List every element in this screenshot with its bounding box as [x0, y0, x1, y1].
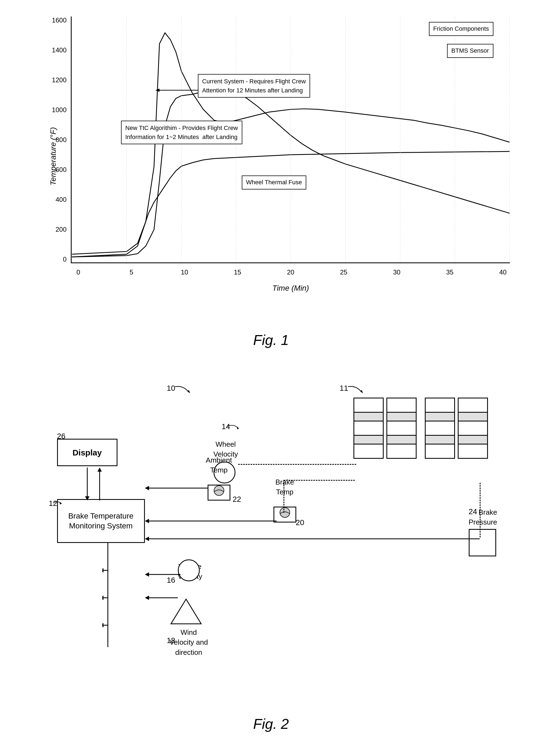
- label-11: 11: [340, 384, 348, 393]
- brake-temp-dotted-v: [284, 480, 284, 513]
- btms-box: Brake TemperatureMonitoring System: [57, 499, 145, 543]
- brake-temp-dotted-h: [284, 480, 355, 481]
- btms-to-display-arrow: [94, 468, 105, 500]
- svg-marker-26: [145, 572, 149, 577]
- label-10: 10: [167, 384, 175, 393]
- fig2-container: 10 11: [38, 381, 504, 732]
- ambient-to-btms-arrow: [145, 483, 211, 494]
- label-20: 20: [296, 518, 304, 527]
- svg-marker-35: [102, 596, 103, 600]
- svg-marker-13: [85, 496, 89, 500]
- x-tick-35: 35: [443, 268, 457, 276]
- current-system-annotation: Current System - Requires Flight CrewAtt…: [198, 74, 311, 98]
- y-tick-1600: 1600: [52, 16, 67, 24]
- svg-marker-37: [102, 623, 103, 627]
- x-tick-0: 0: [72, 268, 85, 276]
- x-tick-40: 40: [496, 268, 510, 276]
- y-tick-800: 800: [52, 136, 67, 144]
- y-tick-600: 600: [52, 166, 67, 174]
- svg-marker-10: [360, 390, 363, 393]
- fig2-label: Fig. 2: [38, 716, 504, 732]
- ambient-temp-area: AmbientTemp: [205, 455, 233, 502]
- y-tick-1200: 1200: [52, 76, 67, 84]
- x-tick-30: 30: [390, 268, 404, 276]
- brake-stack: [354, 398, 488, 459]
- brake-temp-to-btms-arrow: [145, 516, 280, 526]
- svg-marker-39: [145, 537, 149, 541]
- wind-area: WindVelocity anddirection: [169, 598, 208, 657]
- svg-marker-30: [145, 596, 149, 600]
- x-tick-15: 15: [231, 268, 244, 276]
- svg-marker-9: [187, 390, 190, 393]
- display-to-btms-arrow: [82, 468, 93, 500]
- vehicle-vel-to-btms-arrow: [145, 569, 183, 580]
- label-24: 24: [469, 507, 477, 516]
- label-26: 26: [57, 432, 66, 441]
- y-tick-1000: 1000: [52, 106, 67, 114]
- display-box: Display: [57, 439, 117, 466]
- fig1-container: Temperature (°F) 1600 1400 1200 1000 800…: [38, 16, 504, 348]
- label-22: 22: [233, 495, 241, 504]
- friction-annotation: Friction Components: [429, 22, 493, 36]
- new-ttc-annotation: New TtC Algorithim - Provides Flight Cre…: [121, 121, 242, 144]
- x-tick-10: 10: [177, 268, 191, 276]
- wheel-fuse-curve: [72, 151, 510, 257]
- brake-pressure-dotted-v: [480, 483, 481, 537]
- x-tick-25: 25: [337, 268, 351, 276]
- fig1-label: Fig. 1: [38, 332, 504, 348]
- svg-marker-33: [102, 568, 103, 573]
- brake-pressure-to-btms-arrow: [145, 533, 482, 544]
- x-axis-label: Time (Min): [272, 284, 309, 293]
- y-tick-400: 400: [52, 196, 67, 203]
- page: Temperature (°F) 1600 1400 1200 1000 800…: [0, 0, 542, 756]
- y-tick-0: 0: [52, 256, 67, 263]
- svg-marker-24: [145, 519, 149, 523]
- label-18: 18: [167, 636, 175, 645]
- y-tick-1400: 1400: [52, 46, 67, 54]
- chart-area: Friction Components BTMS Sensor Current …: [71, 16, 510, 263]
- x-tick-5: 5: [125, 268, 138, 276]
- svg-marker-15: [97, 468, 102, 472]
- fig2-diagram: 10 11: [52, 381, 491, 710]
- wheel-fuse-annotation: Wheel Thermal Fuse: [242, 175, 307, 189]
- wheel-velocity-dotted-line: [238, 464, 356, 465]
- btms-annotation: BTMS Sensor: [447, 44, 493, 58]
- x-tick-20: 20: [284, 268, 298, 276]
- label-12: 12: [49, 499, 57, 508]
- wind-to-btms-arrow: [145, 592, 180, 603]
- left-arrows-connector: [102, 543, 113, 653]
- svg-marker-20: [145, 486, 149, 490]
- y-tick-200: 200: [52, 226, 67, 233]
